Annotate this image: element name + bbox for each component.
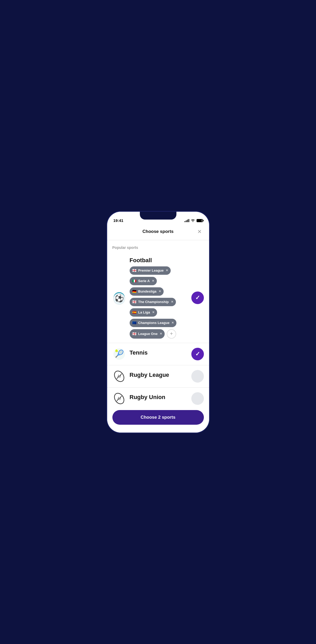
tennis-select-button[interactable]: ✓ (191, 348, 204, 360)
add-league-icon: + (170, 331, 173, 337)
football-leagues: 🏴󠁧󠁢󠁥󠁮󠁧󠁿 Premier League ✕ 🇮🇹 Serie A ✕ 🇩🇪 (130, 266, 188, 339)
content-area: Popular sports (107, 240, 209, 433)
league-one-remove-icon[interactable]: ✕ (160, 332, 162, 335)
choose-sports-button[interactable]: Choose 2 sports (112, 410, 204, 425)
close-icon: ✕ (197, 229, 202, 234)
premier-league-flag: 🏴󠁧󠁢󠁥󠁮󠁧󠁿 (132, 268, 137, 273)
premier-league-remove-icon[interactable]: ✕ (166, 269, 168, 272)
football-select-button[interactable]: ✓ (191, 292, 204, 304)
bundesliga-remove-icon[interactable]: ✕ (159, 290, 161, 293)
premier-league-label: Premier League (138, 268, 164, 272)
champions-league-label: Champions League (138, 321, 170, 325)
tennis-checkmark-icon: ✓ (195, 351, 200, 357)
svg-line-23 (117, 396, 122, 401)
championship-flag: 🏴󠁧󠁢󠁥󠁮󠁧󠁿 (132, 299, 137, 305)
serie-a-label: Serie A (138, 279, 150, 283)
signal-bars-icon (185, 219, 189, 222)
serie-a-remove-icon[interactable]: ✕ (152, 279, 154, 283)
serie-a-flag: 🇮🇹 (132, 278, 137, 284)
battery-icon (197, 219, 203, 222)
bundesliga-flag: 🇩🇪 (132, 289, 137, 294)
champions-league-chip[interactable]: 🇪🇺 Champions League ✕ (130, 319, 177, 327)
la-liga-flag: 🇪🇸 (132, 310, 137, 315)
sport-row-football: ⚽ Football 🏴󠁧󠁢󠁥󠁮󠁧󠁿 Premier League ✕ (107, 253, 209, 343)
rugby-union-info: Rugby Union (130, 394, 188, 403)
league-one-chip[interactable]: 🏴󠁧󠁢󠁥󠁮󠁧󠁿 League One ✕ (130, 329, 165, 339)
phone-shell: 19:41 Choose sports ✕ (107, 212, 209, 433)
sport-row-rugby-union: Rugby Union ✓ (107, 388, 209, 410)
sport-row-tennis: 🎾 Tennis ✓ (107, 343, 209, 365)
status-time: 19:41 (113, 218, 123, 223)
la-liga-chip[interactable]: 🇪🇸 La Liga ✕ (130, 308, 157, 317)
section-label: Popular sports (107, 240, 209, 253)
rugby-union-select-button[interactable]: ✓ (191, 392, 204, 405)
la-liga-remove-icon[interactable]: ✕ (152, 311, 154, 314)
rugby-union-check-icon: ✓ (195, 395, 200, 402)
bottom-button-area: Choose 2 sports (107, 407, 209, 433)
header: Choose sports ✕ (107, 224, 209, 240)
rugby-league-info: Rugby League (130, 372, 188, 381)
bundesliga-label: Bundesliga (138, 289, 157, 293)
bundesliga-chip[interactable]: 🇩🇪 Bundesliga ✕ (130, 287, 164, 296)
football-icon: ⚽ (112, 291, 126, 305)
header-title: Choose sports (121, 229, 196, 234)
svg-text:⚽: ⚽ (114, 294, 124, 303)
sport-row-rugby-league: Rugby League ✓ (107, 365, 209, 388)
champions-league-remove-icon[interactable]: ✕ (171, 321, 174, 324)
rugby-league-name: Rugby League (130, 372, 188, 378)
close-button[interactable]: ✕ (196, 227, 204, 236)
add-league-button[interactable]: + (167, 329, 176, 339)
svg-text:🎾: 🎾 (114, 349, 124, 358)
tennis-icon: 🎾 (112, 347, 126, 361)
league-one-flag: 🏴󠁧󠁢󠁥󠁮󠁧󠁿 (132, 331, 137, 337)
notch (140, 212, 176, 220)
football-checkmark-icon: ✓ (195, 294, 200, 301)
tennis-info: Tennis (130, 349, 188, 359)
tennis-name: Tennis (130, 349, 188, 356)
serie-a-chip[interactable]: 🇮🇹 Serie A ✕ (130, 277, 157, 285)
championship-label: The Championship (138, 300, 169, 304)
svg-line-19 (117, 374, 122, 379)
status-icons (185, 219, 203, 223)
premier-league-chip[interactable]: 🏴󠁧󠁢󠁥󠁮󠁧󠁿 Premier League ✕ (130, 266, 171, 275)
league-one-label: League One (138, 332, 158, 336)
rugby-union-icon (112, 392, 126, 405)
champions-league-flag: 🇪🇺 (132, 320, 137, 326)
championship-chip[interactable]: 🏴󠁧󠁢󠁥󠁮󠁧󠁿 The Championship ✕ (130, 298, 176, 306)
la-liga-label: La Liga (138, 310, 150, 314)
rugby-league-select-button[interactable]: ✓ (191, 370, 204, 383)
football-name: Football (130, 257, 188, 264)
football-info: Football 🏴󠁧󠁢󠁥󠁮󠁧󠁿 Premier League ✕ 🇮🇹 Ser… (130, 257, 188, 339)
wifi-icon (191, 219, 195, 223)
phone-screen: 19:41 Choose sports ✕ (107, 212, 209, 433)
rugby-league-icon (112, 369, 126, 383)
rugby-league-check-icon: ✓ (195, 373, 200, 380)
rugby-union-name: Rugby Union (130, 394, 188, 401)
championship-remove-icon[interactable]: ✕ (171, 300, 173, 304)
